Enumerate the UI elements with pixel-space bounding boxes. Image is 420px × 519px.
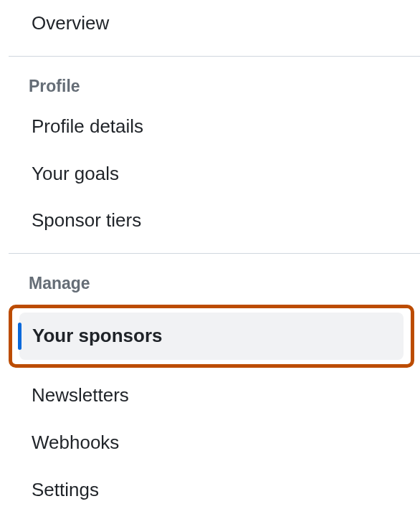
sidebar-item-label: Overview — [32, 12, 109, 34]
sidebar-item-your-goals[interactable]: Your goals — [0, 151, 420, 198]
sidebar-item-newsletters[interactable]: Newsletters — [0, 372, 420, 419]
sidebar-item-overview[interactable]: Overview — [0, 0, 420, 47]
sidebar-item-label: Your goals — [32, 163, 119, 184]
sidebar-item-label: Profile details — [32, 115, 143, 137]
sidebar-item-your-sponsors[interactable]: Your sponsors — [19, 313, 404, 360]
sidebar-item-label: Sponsor tiers — [32, 209, 141, 231]
sidebar-item-sponsor-tiers[interactable]: Sponsor tiers — [0, 197, 420, 244]
sidebar: Overview Profile Profile details Your go… — [0, 0, 420, 513]
sidebar-item-profile-details[interactable]: Profile details — [0, 103, 420, 151]
sidebar-item-webhooks[interactable]: Webhooks — [0, 419, 420, 467]
sidebar-item-label: Newsletters — [32, 384, 129, 406]
sidebar-item-label: Settings — [32, 479, 99, 500]
sidebar-item-label: Webhooks — [32, 432, 119, 453]
sidebar-item-label: Your sponsors — [32, 325, 163, 346]
section-header-profile: Profile — [0, 57, 420, 103]
active-indicator — [18, 323, 22, 350]
sidebar-item-settings[interactable]: Settings — [0, 467, 420, 514]
section-header-manage: Manage — [0, 254, 420, 300]
highlight-annotation: Your sponsors — [9, 305, 414, 368]
